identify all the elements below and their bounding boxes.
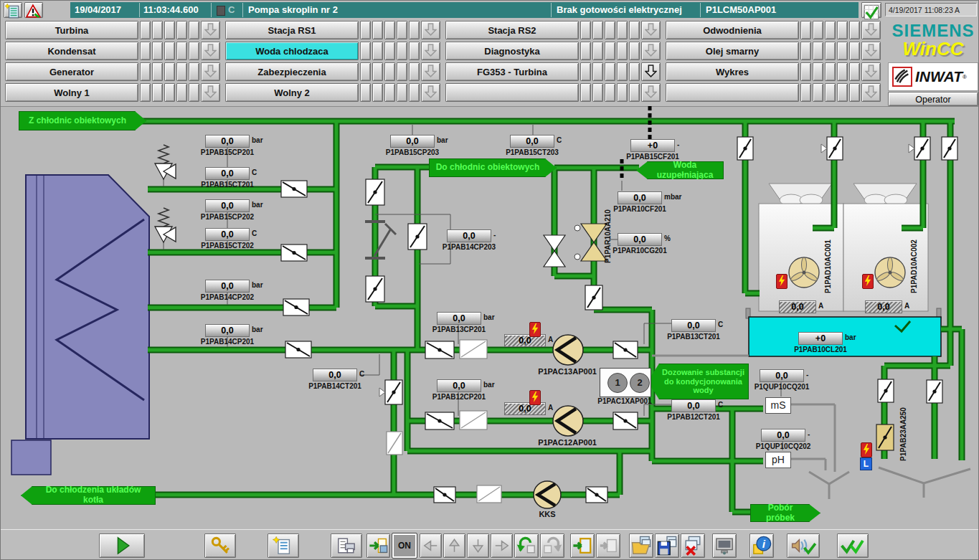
pump-p1pac13ap001[interactable] <box>553 335 583 365</box>
nav-quick-slot[interactable] <box>397 62 407 81</box>
display-current[interactable]: 0,0A <box>779 300 816 313</box>
redo-button[interactable] <box>540 533 564 558</box>
nav-quick-slot[interactable] <box>849 62 860 81</box>
nav-quick-slot[interactable] <box>409 42 420 60</box>
nav-button-stacja-rs1[interactable]: Stacja RS1 <box>225 21 359 39</box>
display-p1qup10cq202[interactable]: 0,0-P1QUP10CQ202 <box>761 429 805 450</box>
nav-quick-slot[interactable] <box>813 62 823 81</box>
nav-quick-slot[interactable] <box>176 42 187 60</box>
nav-expand-arrow-icon[interactable] <box>421 21 440 39</box>
nav-quick-slot[interactable] <box>360 42 371 60</box>
manual-valve-icon[interactable] <box>365 222 396 258</box>
check-valve-icon[interactable] <box>434 487 455 503</box>
arrow-up-button[interactable] <box>443 533 465 558</box>
nav-expand-arrow-icon[interactable] <box>421 42 440 60</box>
nav-quick-slot[interactable] <box>360 21 371 39</box>
nav-button-blank[interactable] <box>445 83 579 102</box>
nav-button-turbina[interactable]: Turbina <box>5 21 138 39</box>
nav-quick-slot[interactable] <box>813 21 823 39</box>
motor-valve-icon[interactable] <box>878 379 894 402</box>
nav-quick-slot[interactable] <box>629 62 640 81</box>
display-p1pab15cp201[interactable]: 0,0barP1PAB15CP201 <box>205 135 250 156</box>
display-p1pab13cp201[interactable]: 0,0barP1PAB13CP201 <box>437 312 481 333</box>
strainer-valve-icon[interactable] <box>460 411 487 430</box>
nav-button-wolny-1[interactable]: Wolny 1 <box>5 83 138 102</box>
nav-quick-slot[interactable] <box>825 62 836 81</box>
nav-quick-slot[interactable] <box>164 62 175 81</box>
open-picture-button[interactable] <box>629 533 653 558</box>
nav-quick-slot[interactable] <box>592 21 603 39</box>
undo-button[interactable] <box>514 533 539 558</box>
motor-valve-icon[interactable] <box>585 285 602 310</box>
motor-valve-icon[interactable] <box>821 137 843 160</box>
password-key-button[interactable] <box>204 533 236 558</box>
nav-quick-slot[interactable] <box>605 21 615 39</box>
nav-quick-slot[interactable] <box>592 83 603 102</box>
nav-quick-slot[interactable] <box>140 83 151 102</box>
nav-quick-slot[interactable] <box>360 62 371 81</box>
check-valve-icon[interactable] <box>281 181 307 197</box>
nav-button-stacja-rs2[interactable]: Stacja RS2 <box>445 21 579 39</box>
nav-quick-slot[interactable] <box>800 21 811 39</box>
nav-quick-slot[interactable] <box>580 62 591 81</box>
runtime-start-button[interactable] <box>99 533 145 558</box>
nav-expand-arrow-icon[interactable] <box>201 83 220 102</box>
nav-quick-slot[interactable] <box>837 42 848 60</box>
display-p1pab15ct201[interactable]: 0,0CP1PAB15CT201 <box>205 167 250 189</box>
nav-quick-slot[interactable] <box>409 21 420 39</box>
nav-expand-arrow-icon[interactable] <box>421 62 440 81</box>
nav-quick-slot[interactable] <box>592 42 603 60</box>
nav-button-kondensat[interactable]: Kondensat <box>5 42 138 60</box>
nav-button-fg353-turbina[interactable]: FG353 - Turbina <box>445 62 579 81</box>
check-valve-icon[interactable] <box>281 245 307 261</box>
display-p1pab14cp202[interactable]: 0,0barP1PAB14CP202 <box>205 280 250 301</box>
display-p1pab13ct201[interactable]: 0,0CP1PAB13CT201 <box>671 319 716 341</box>
nav-quick-slot[interactable] <box>164 21 175 39</box>
motor-valve-icon[interactable] <box>366 276 384 302</box>
nav-expand-arrow-icon[interactable] <box>641 21 661 39</box>
nav-quick-slot[interactable] <box>580 42 591 60</box>
display-current[interactable]: 0,0A <box>865 300 902 313</box>
nav-quick-slot[interactable] <box>176 21 187 39</box>
nav-expand-arrow-icon[interactable] <box>421 83 440 102</box>
bowtie-valve-icon[interactable] <box>544 235 565 267</box>
nav-quick-slot[interactable] <box>605 42 615 60</box>
motor-valve-icon[interactable] <box>408 224 427 250</box>
nav-quick-slot[interactable] <box>372 62 383 81</box>
motor-valve-icon[interactable] <box>927 380 942 403</box>
nav-quick-slot[interactable] <box>360 83 371 102</box>
pump-p1pac12ap001[interactable] <box>553 406 583 436</box>
arrow-left-button[interactable] <box>420 533 442 558</box>
nav-quick-slot[interactable] <box>152 83 163 102</box>
display-p1pab15cf201[interactable]: +0-P1PAB15CF201 <box>630 139 675 161</box>
on-toggle-button[interactable]: ON <box>392 533 417 558</box>
delete-picture-button[interactable] <box>681 533 705 558</box>
nav-button-zabezpieczenia[interactable]: Zabezpieczenia <box>225 62 359 81</box>
nav-quick-slot[interactable] <box>409 62 420 81</box>
dosing-unit[interactable]: 12 <box>600 368 651 397</box>
nav-quick-slot[interactable] <box>176 62 187 81</box>
nav-quick-slot[interactable] <box>384 42 395 60</box>
nav-quick-slot[interactable] <box>409 83 420 102</box>
picture-info-button[interactable]: i <box>749 533 774 558</box>
nav-quick-slot[interactable] <box>849 42 860 60</box>
display-p1pab12cp201[interactable]: 0,0barP1PAB12CP201 <box>437 379 481 401</box>
nav-quick-slot[interactable] <box>813 83 823 102</box>
nav-expand-arrow-icon[interactable] <box>641 83 661 102</box>
control-valve-P1PAR10AA210[interactable] <box>574 224 607 261</box>
motor-valve-icon[interactable] <box>909 137 930 160</box>
display-p1pab10cl201[interactable]: +0barP1PAB10CL201 <box>798 332 843 353</box>
display-p1pab15cp203[interactable]: 0,0barP1PAB15CP203 <box>390 135 435 156</box>
nav-quick-slot[interactable] <box>800 42 811 60</box>
display-p1pab12ct201[interactable]: 0,0CP1PAB12CT201 <box>671 399 716 421</box>
nav-button-wykres[interactable]: Wykres <box>666 62 799 81</box>
arrow-right-button[interactable] <box>491 533 513 558</box>
nav-quick-slot[interactable] <box>825 21 836 39</box>
nav-expand-arrow-icon[interactable] <box>201 21 220 39</box>
motor-valve-icon[interactable] <box>379 380 402 404</box>
nav-quick-slot[interactable] <box>605 83 615 102</box>
nav-expand-arrow-icon[interactable] <box>641 62 661 81</box>
alarm-acknowledge-icon[interactable] <box>861 2 881 18</box>
check-valve-icon[interactable] <box>425 412 454 430</box>
nav-quick-slot[interactable] <box>813 42 823 60</box>
